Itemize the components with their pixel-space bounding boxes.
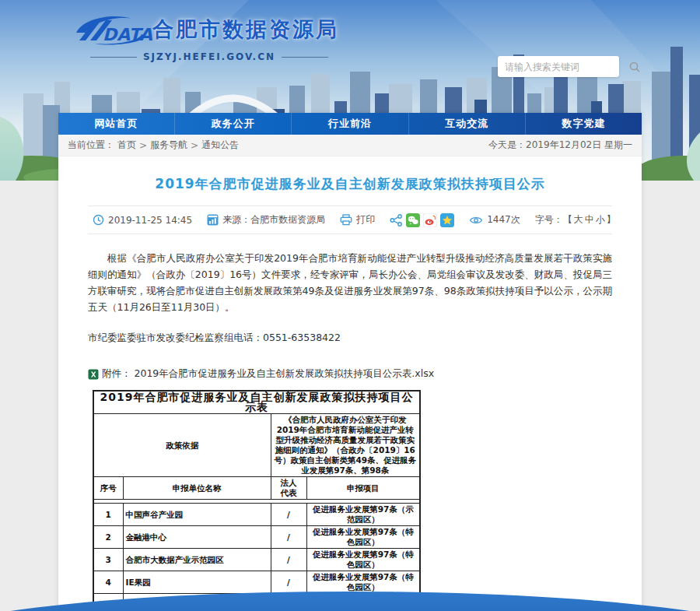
today-date: 今天是：2019年12月02日 星期一 bbox=[488, 139, 632, 152]
source-icon bbox=[207, 214, 219, 226]
row-no: 1 bbox=[93, 504, 123, 526]
row-no: 4 bbox=[93, 571, 123, 594]
attachment-row: 附件： 2019年合肥市促进服务业及自主创新发展政策拟扶持项目公示表.xlsx bbox=[88, 367, 612, 381]
font-size-prefix: 字号：【 bbox=[535, 213, 572, 226]
col-header-unit: 申报单位名称 bbox=[123, 477, 271, 500]
site-url: SJZYJ.HEFEI.GOV.CN bbox=[143, 51, 275, 62]
table-row: 2 金融港中心 / 促进服务业发展第97条（特色园区） bbox=[93, 526, 420, 549]
article-paragraph: 根据《合肥市人民政府办公室关于印发2019年合肥市培育新动能促进产业转型升级推动… bbox=[88, 250, 612, 315]
attachment-label: 附件： bbox=[102, 367, 131, 381]
nav-item-digital-party[interactable]: 数字党建 bbox=[526, 113, 642, 135]
row-legal: / bbox=[271, 571, 306, 594]
row-project: 促进服务业发展第97条（特色园区） bbox=[306, 549, 420, 571]
nav-item-gov-affairs[interactable]: 政务公开 bbox=[175, 113, 292, 135]
notice-table-image: 2019年合肥市促进服务业及自主创新发展政策拟扶持项目公示表 政策依据 《合肥市… bbox=[93, 390, 612, 611]
eye-icon bbox=[469, 215, 483, 226]
publish-time: 2019-11-25 14:45 bbox=[93, 214, 192, 226]
font-size-large-button[interactable]: 大 bbox=[574, 213, 583, 226]
row-project: 促进服务业发展第97条（特色园区） bbox=[306, 526, 420, 549]
table-row: 3 合肥市大数据产业示范园区 / 促进服务业发展第97条（特色园区） bbox=[93, 549, 420, 571]
print-label: 打印 bbox=[356, 213, 375, 226]
article-body: 根据《合肥市人民政府办公室关于印发2019年合肥市培育新动能促进产业转型升级推动… bbox=[88, 250, 612, 346]
notice-table-title: 2019年合肥市促进服务业及自主创新发展政策拟扶持项目公示表 bbox=[93, 391, 420, 414]
wechat-share-icon[interactable] bbox=[406, 213, 420, 227]
page-title: 2019年合肥市促进服务业及自主创新发展政策拟扶持项目公示 bbox=[88, 175, 612, 193]
attachment-link[interactable]: 2019年合肥市促进服务业及自主创新发展政策拟扶持项目公示表.xlsx bbox=[135, 367, 435, 381]
main-nav: 网站首页 政务公开 行业前沿 互动交流 数字党建 bbox=[58, 113, 642, 135]
site-logo[interactable]: DATA 合肥市数据资源局 SJZYJ.HEFEI.GOV.CN bbox=[72, 12, 328, 62]
font-size-medium-button[interactable]: 中 bbox=[585, 213, 594, 226]
share-group bbox=[390, 213, 454, 227]
article-meta-bar: 2019-11-25 14:45 来源：合肥市数据资源局 打印 bbox=[88, 205, 612, 234]
row-legal: / bbox=[271, 526, 306, 549]
nav-item-home[interactable]: 网站首页 bbox=[58, 113, 175, 135]
col-header-legal: 法人 代表 bbox=[271, 477, 306, 500]
breadcrumb: 当前位置： 首页 > 服务导航 > 通知公告 bbox=[68, 139, 239, 152]
url-line-left bbox=[90, 57, 137, 58]
logo-swoosh-icon: DATA bbox=[72, 12, 152, 47]
nav-item-interaction[interactable]: 互动交流 bbox=[409, 113, 526, 135]
site-name: 合肥市数据资源局 bbox=[152, 16, 339, 44]
view-count-text: 1447次 bbox=[487, 213, 520, 226]
col-header-project: 申报项目 bbox=[306, 477, 420, 500]
search-box bbox=[498, 56, 619, 77]
weibo-share-icon[interactable] bbox=[423, 213, 437, 227]
row-unit: IE果园 bbox=[123, 571, 271, 594]
col-header-no: 序号 bbox=[93, 477, 123, 500]
content-card: 网站首页 政务公开 行业前沿 互动交流 数字党建 当前位置： 首页 > 服务导航… bbox=[58, 113, 642, 611]
breadcrumb-notices[interactable]: 通知公告 bbox=[201, 139, 239, 152]
view-count: 1447次 bbox=[469, 213, 520, 226]
policy-basis-text: 《合肥市人民政府办公室关于印发2019年合肥市培育新动能促进产业转型升级推动经济… bbox=[271, 414, 420, 477]
font-size-small-button[interactable]: 小 bbox=[596, 213, 605, 226]
breadcrumb-separator: > bbox=[191, 140, 198, 151]
table-row: 4 IE果园 / 促进服务业发展第97条（特色园区） bbox=[93, 571, 420, 594]
row-project: 促进服务业发展第97条（特色园区） bbox=[306, 571, 420, 594]
nav-item-industry-frontier[interactable]: 行业前沿 bbox=[292, 113, 408, 135]
font-size-control: 字号：【 大 中 小 】 bbox=[535, 213, 616, 226]
row-project: 促进服务业发展第97条（示范园区） bbox=[306, 504, 420, 526]
breadcrumb-separator: > bbox=[139, 140, 147, 151]
font-size-suffix: 】 bbox=[607, 213, 616, 226]
article-source-text: 来源：合肥市数据资源局 bbox=[222, 213, 325, 226]
table-row: 1 中国声谷产业园 / 促进服务业发展第97条（示范园区） bbox=[93, 504, 420, 526]
search-input[interactable] bbox=[498, 61, 628, 72]
policy-basis-label: 政策依据 bbox=[93, 414, 271, 477]
print-action[interactable]: 打印 bbox=[340, 213, 375, 226]
row-legal: / bbox=[271, 504, 306, 526]
publish-time-text: 2019-11-25 14:45 bbox=[108, 215, 192, 226]
clock-icon bbox=[93, 214, 104, 226]
breadcrumb-bar: 当前位置： 首页 > 服务导航 > 通知公告 今天是：2019年12月02日 星… bbox=[58, 135, 642, 156]
breadcrumb-prefix: 当前位置： bbox=[68, 139, 114, 152]
row-legal: / bbox=[271, 549, 306, 571]
article-source: 来源：合肥市数据资源局 bbox=[207, 213, 325, 226]
qzone-share-icon[interactable] bbox=[440, 213, 454, 227]
row-no: 2 bbox=[93, 526, 123, 549]
printer-icon bbox=[340, 214, 352, 226]
search-button[interactable] bbox=[628, 56, 641, 77]
row-unit: 中国声谷产业园 bbox=[123, 504, 271, 526]
excel-icon bbox=[88, 369, 99, 380]
url-line-right bbox=[282, 57, 328, 58]
search-icon bbox=[628, 61, 641, 73]
row-no: 3 bbox=[93, 549, 123, 571]
supervision-phone-line: 市纪委监委驻市发改委纪检监察组电话：0551-63538422 bbox=[88, 329, 612, 346]
row-unit: 金融港中心 bbox=[123, 526, 271, 549]
share-icon[interactable] bbox=[390, 214, 403, 226]
article: 2019年合肥市促进服务业及自主创新发展政策拟扶持项目公示 2019-11-25… bbox=[58, 156, 642, 611]
row-unit: 合肥市大数据产业示范园区 bbox=[123, 549, 271, 571]
site-url-row: SJZYJ.HEFEI.GOV.CN bbox=[72, 51, 328, 62]
breadcrumb-home[interactable]: 首页 bbox=[117, 139, 136, 152]
breadcrumb-service-nav[interactable]: 服务导航 bbox=[150, 139, 187, 152]
logo-text: DATA bbox=[103, 25, 152, 44]
